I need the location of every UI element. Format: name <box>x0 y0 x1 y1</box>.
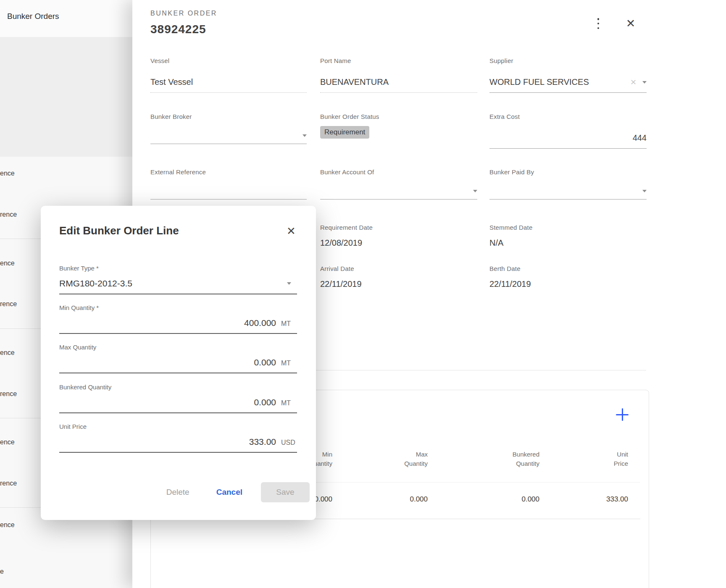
more-options-icon[interactable] <box>594 18 602 29</box>
header-line: Unit <box>544 450 628 459</box>
field-extra-cost: Extra Cost 444 <box>489 113 647 149</box>
field-berth-date: Berth Date 22/11/2019 <box>489 265 647 289</box>
port-name-field: BUENAVENTURA <box>320 77 477 93</box>
bunkered-quantity-field: Bunkered Quantity 0.000 MT <box>59 383 297 413</box>
dialog-title: Edit Bunker Order Line <box>59 224 179 237</box>
bunker-type-field: Bunker Type * RMG180-2012-3.5 <box>59 265 297 294</box>
bunker-broker-select[interactable] <box>150 133 307 144</box>
field-label: Requirement Date <box>320 224 477 231</box>
field-supplier: Supplier WORLD FUEL SERVICES ✕ <box>489 57 647 93</box>
field-label: Supplier <box>489 57 647 65</box>
list-item: ence <box>0 170 15 177</box>
field-vessel: Vessel Test Vessel <box>150 57 307 93</box>
requirement-date-value: 12/08/2019 <box>320 238 477 248</box>
field-port-name: Port Name BUENAVENTURA <box>320 57 477 93</box>
status-badge: Requirement <box>320 126 369 139</box>
field-bunker-order-status: Bunker Order Status Requirement <box>320 113 477 139</box>
field-label: Stemmed Date <box>489 224 647 231</box>
min-quantity-value: 400.000 <box>244 318 276 328</box>
chevron-down-icon[interactable] <box>642 81 647 84</box>
close-icon[interactable]: ✕ <box>284 223 299 239</box>
field-bunker-account-of: Bunker Account Of <box>320 168 477 200</box>
column-header-max-quantity: Max Quantity <box>344 450 428 468</box>
extra-cost-input[interactable]: 444 <box>489 133 647 149</box>
field-bunker-paid-by: Bunker Paid By <box>489 168 647 200</box>
bunker-type-value: RMG180-2012-3.5 <box>59 278 132 289</box>
column-header-unit-price: Unit Price <box>544 450 628 468</box>
max-quantity-value: 0.000 <box>254 357 276 368</box>
close-icon[interactable]: ✕ <box>623 16 638 31</box>
order-number: 38924225 <box>150 23 206 36</box>
column-header-bunkered-quantity: Bunkered Quantity <box>455 450 539 468</box>
field-label: Max Quantity <box>59 344 297 351</box>
list-item: ence <box>0 438 15 446</box>
cell-bunkered-quantity: 0.000 <box>455 495 539 504</box>
list-item: rence <box>0 300 17 308</box>
unit-label: MT <box>281 399 297 407</box>
vessel-field: Test Vessel <box>150 77 307 93</box>
edit-bunker-order-line-dialog: Edit Bunker Order Line ✕ Bunker Type * R… <box>41 206 316 520</box>
chevron-down-icon <box>642 190 647 192</box>
field-label: Arrival Date <box>320 265 477 273</box>
bunker-type-select[interactable]: RMG180-2012-3.5 <box>59 278 297 294</box>
field-stemmed-date: Stemmed Date N/A <box>489 224 647 248</box>
field-label: Vessel <box>150 57 307 65</box>
min-quantity-field: Min Quantity * 400.000 MT <box>59 304 297 334</box>
field-label: Extra Cost <box>489 113 647 121</box>
field-label: Bunker Account Of <box>320 168 477 176</box>
supplier-value: WORLD FUEL SERVICES <box>489 77 589 87</box>
field-label: Bunker Order Status <box>320 113 477 121</box>
list-item: rence <box>0 390 17 398</box>
clear-icon[interactable]: ✕ <box>630 78 637 87</box>
list-item: rence <box>0 480 17 487</box>
unit-label: MT <box>281 360 297 367</box>
header-line: Quantity <box>455 459 539 468</box>
unit-label: USD <box>281 439 297 446</box>
field-label: Unit Price <box>59 423 297 430</box>
chevron-down-icon <box>287 282 291 285</box>
delete-button[interactable]: Delete <box>166 488 189 497</box>
unit-price-field: Unit Price 333.00 USD <box>59 423 297 453</box>
app: Bunker Orders ence rence ence rence ence… <box>0 0 726 588</box>
stemmed-date-value: N/A <box>489 238 647 248</box>
save-button[interactable]: Save <box>261 482 310 502</box>
supplier-select[interactable]: WORLD FUEL SERVICES ✕ <box>489 77 647 93</box>
list-item: rence <box>0 211 17 218</box>
unit-price-input[interactable]: 333.00 USD <box>59 437 297 453</box>
field-label: Bunker Paid By <box>489 168 647 176</box>
list-item: ence <box>0 349 15 357</box>
field-bunker-broker: Bunker Broker <box>150 113 307 144</box>
field-external-reference: External Reference <box>150 168 307 200</box>
panel-eyebrow: BUNKER ORDER <box>150 10 217 17</box>
header-line: Price <box>544 459 628 468</box>
bunkered-quantity-value: 0.000 <box>254 397 276 407</box>
field-label: Bunkered Quantity <box>59 383 297 391</box>
cancel-button[interactable]: Cancel <box>216 488 242 497</box>
field-label: Bunker Broker <box>150 113 307 121</box>
list-item: ence <box>0 260 15 267</box>
list-item: e <box>0 568 4 575</box>
extra-cost-value: 444 <box>633 133 647 143</box>
add-line-button[interactable] <box>613 405 631 424</box>
cell-max-quantity: 0.000 <box>344 495 428 504</box>
cell-unit-price: 333.00 <box>544 495 628 504</box>
field-arrival-date: Arrival Date 22/11/2019 <box>320 265 477 289</box>
vessel-value: Test Vessel <box>150 77 193 87</box>
page-title: Bunker Orders <box>7 12 59 21</box>
chevron-down-icon <box>473 190 477 192</box>
header-line: Bunkered <box>455 450 539 459</box>
external-reference-input[interactable] <box>150 189 307 200</box>
berth-date-value: 22/11/2019 <box>489 279 647 289</box>
min-quantity-input[interactable]: 400.000 MT <box>59 318 297 334</box>
field-label: Berth Date <box>489 265 647 273</box>
header-line: Quantity <box>344 459 428 468</box>
port-name-value: BUENAVENTURA <box>320 77 389 87</box>
max-quantity-input[interactable]: 0.000 MT <box>59 357 297 373</box>
arrival-date-value: 22/11/2019 <box>320 279 477 289</box>
bunker-account-of-select[interactable] <box>320 189 477 200</box>
plus-icon <box>616 408 629 421</box>
bunkered-quantity-input[interactable]: 0.000 MT <box>59 397 297 413</box>
bunker-paid-by-select[interactable] <box>489 189 647 200</box>
unit-price-value: 333.00 <box>249 437 276 447</box>
field-label: External Reference <box>150 168 307 176</box>
